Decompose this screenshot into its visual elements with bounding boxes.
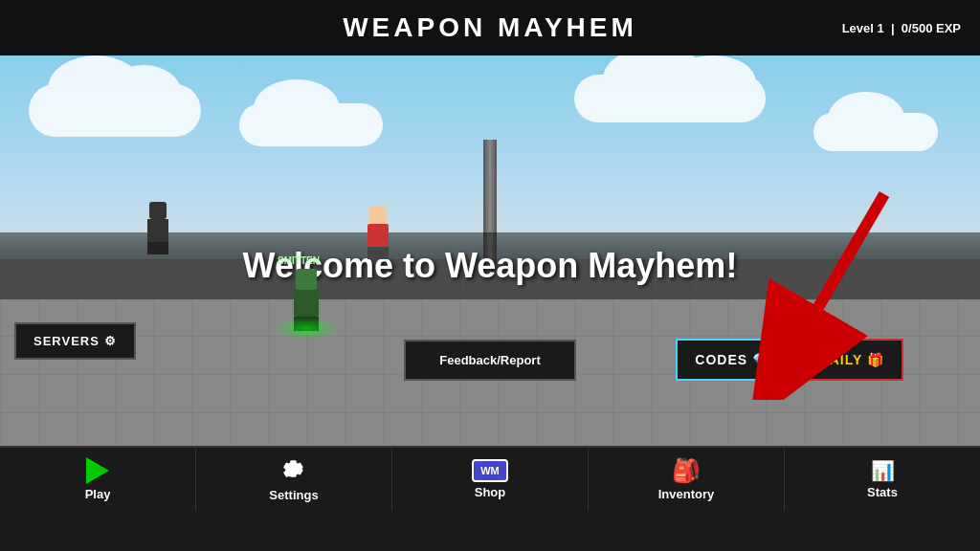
inventory-icon: 🎒 [672,457,701,484]
character-red [364,207,392,259]
nav-play[interactable]: Play [0,448,196,511]
nav-inventory[interactable]: 🎒 Inventory [589,448,785,511]
character-left-body [144,202,172,254]
char-torso [294,290,319,317]
char-legs [368,247,389,259]
char-head [296,269,317,290]
character-left [144,202,172,254]
cloud-3 [574,75,766,122]
char-head [369,207,387,224]
level-label: Level 1 [842,21,884,35]
game-title: WEAPON MAYHEM [343,12,637,43]
stats-icon: 📊 [871,459,895,482]
char-head [149,202,167,219]
shop-icon: WM [472,459,508,482]
servers-button[interactable]: SERVERS ⚙ [14,322,136,360]
play-icon [86,457,109,484]
settings-icon [281,456,306,485]
feedback-button[interactable]: Feedback/Report [404,340,576,381]
cloud-1 [29,84,201,137]
cloud-2 [239,103,383,146]
exp-label: 0/500 EXP [902,21,961,35]
nav-play-label: Play [85,487,111,501]
nav-shop-label: Shop [475,485,506,499]
nav-settings[interactable]: Settings [196,448,392,511]
cloud-4 [813,113,938,151]
game-viewport: Welcome to Weapon Mayhem! SMITTEN SERVER… [0,55,980,446]
character-green: SMITTEN [287,269,325,331]
bottom-nav: Play Settings WM Shop 🎒 Inventory 📊 Stat… [0,446,980,511]
top-bar: WEAPON MAYHEM Level 1 | 0/500 EXP [0,0,980,55]
glow-effect [273,317,340,341]
nav-stats[interactable]: 📊 Stats [785,448,980,511]
char-torso [147,219,168,242]
char-torso [368,224,389,247]
char-legs [147,242,168,254]
character-red-body [364,207,392,259]
nav-inventory-label: Inventory [658,487,715,501]
nav-shop[interactable]: WM Shop [392,448,589,511]
nav-settings-label: Settings [269,488,318,502]
svg-line-1 [784,194,884,366]
level-info: Level 1 | 0/500 EXP [842,21,961,35]
nav-stats-label: Stats [867,485,898,499]
player-name: SMITTEN [278,255,320,266]
red-arrow [731,180,923,400]
